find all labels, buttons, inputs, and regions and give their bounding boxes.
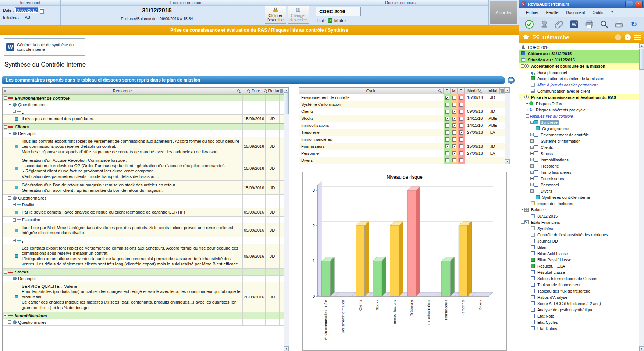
scroll-down-icon[interactable]: ▼ [639, 346, 644, 351]
close-button[interactable]: ✕ [635, 1, 643, 7]
table-row[interactable]: Par le sevice compta : avec analyse de r… [3, 208, 284, 217]
menu-item-feuille[interactable]: Feuille [542, 9, 562, 16]
filter-icon[interactable] [237, 89, 241, 93]
tree-expander-icon[interactable]: + [526, 102, 529, 105]
table-row[interactable]: −Clients [3, 123, 284, 130]
tree-expander-icon[interactable]: − [521, 221, 524, 224]
checkbox-e[interactable] [459, 151, 463, 155]
cloturer-exercice-button[interactable]: Clôturer l'exercice [265, 6, 286, 24]
tree-item[interactable]: Etat Note [519, 313, 639, 319]
tree-item[interactable]: Clôture au : 31/12/2015 [519, 50, 639, 57]
tree-item[interactable]: +Risques inhérents par cycle [519, 107, 639, 113]
tree-expander-icon[interactable]: − [4, 314, 7, 317]
table-row[interactable]: −Environnement de contrôle [3, 94, 284, 101]
menu-item-?[interactable]: ? [607, 9, 616, 16]
column-header-m[interactable]: M [451, 88, 458, 94]
table-row[interactable]: Tous les contrats export font l'objet de… [3, 137, 284, 157]
checkbox-f[interactable] [445, 137, 449, 142]
tree-expander-icon[interactable]: − [13, 239, 16, 242]
menu-item-outils[interactable]: Outils [589, 9, 607, 16]
table-row[interactable]: Fournisseurs✓✓15/09/16JD [299, 143, 505, 150]
tree-item[interactable]: Contrôle de l'exhaustivité des rubriques [519, 232, 639, 238]
checkbox-e[interactable] [459, 110, 463, 114]
tree-item[interactable]: Suivi pluriannuel [519, 69, 639, 75]
tree-item[interactable]: Organigramme [519, 125, 639, 132]
checkbox-e[interactable] [459, 103, 463, 107]
column-header-cycle[interactable]: Cycle [299, 88, 444, 94]
table-row[interactable]: −Immobilisations [3, 312, 284, 319]
table-row[interactable]: −- [3, 108, 284, 115]
table-row[interactable]: Il n'y a pas de manuel des procédures.15… [3, 115, 284, 123]
tree-item[interactable]: +Trésorerie [519, 163, 639, 169]
checkbox-m[interactable] [452, 130, 456, 135]
column-header-redac[interactable]: Redac [265, 88, 279, 94]
table-row[interactable]: Immo financières [299, 136, 505, 143]
tree-item[interactable]: Mise à jour du dossier permanent [519, 82, 639, 88]
checkbox-f[interactable] [445, 103, 449, 107]
table-row[interactable]: −Descriptif [3, 130, 284, 137]
checkbox-e[interactable] [459, 158, 463, 162]
generate-word-note-button[interactable]: W Générer la note de synthèse du control… [4, 38, 85, 56]
tree-item[interactable]: +Risques Diffus [519, 100, 639, 107]
table-row[interactable]: −Questionnaires [3, 101, 284, 108]
table-row[interactable]: Stocks✓✓14/11/16ABE [299, 115, 505, 122]
tree-expander-icon[interactable]: + [530, 133, 534, 136]
tree-expander-icon[interactable]: − [13, 203, 16, 206]
checkbox-e[interactable] [459, 117, 463, 121]
tree-item[interactable]: Bilan Passif Liasse [519, 257, 639, 263]
calendar-picker-icon[interactable] [39, 8, 44, 13]
checkbox-m[interactable] [452, 158, 456, 162]
tree-item[interactable]: +Système d'information [519, 138, 639, 144]
table-row[interactable]: Environnement de contrôle✓15/09/16JD [299, 94, 505, 101]
tree-item[interactable]: Acceptation et maintien de la mission [519, 75, 639, 82]
tree-item[interactable]: COEC 2016 [519, 44, 639, 50]
tree-item[interactable]: +Immo financières [519, 169, 639, 175]
tree-item[interactable]: Etat Ratios [519, 325, 639, 332]
table-row[interactable]: Génération d'un Bon de retour au magasin… [3, 181, 284, 195]
tree-expander-icon[interactable]: − [521, 208, 524, 211]
refresh-icon[interactable]: ↻ [629, 19, 640, 30]
tree-expander-icon[interactable]: − [521, 64, 524, 68]
column-header-initial[interactable]: Initial [485, 88, 500, 94]
checkbox-f[interactable] [445, 151, 449, 155]
tree-item[interactable]: −Etats Financiers [519, 219, 639, 225]
word-export-icon[interactable]: W [569, 19, 580, 30]
tree-item[interactable]: Synthèses contrôle interne [519, 194, 639, 200]
scroll-down-icon[interactable]: ▼ [284, 346, 289, 351]
tree-item[interactable]: −2Prise de connaissance et évaluation du… [519, 94, 639, 100]
table-row[interactable]: Clients✓09/09/16JD [299, 108, 505, 115]
tree-expander-icon[interactable]: − [8, 132, 11, 135]
tree-expander-icon[interactable]: + [530, 121, 534, 124]
tree-item[interactable]: +Immobilisations [519, 157, 639, 163]
checkbox-f[interactable] [445, 110, 449, 114]
tree-scrollbar[interactable]: ▲ ▼ [639, 43, 644, 351]
checkbox-m[interactable] [452, 96, 456, 100]
tree-item[interactable]: Situation au : 31/12/2015 [519, 57, 639, 63]
table-row[interactable]: −Questionnaires [3, 319, 284, 326]
stamp-icon[interactable] [539, 19, 550, 30]
fax-icon[interactable] [613, 19, 625, 30]
table-row[interactable]: Trésorerie✓27/09/16LA [299, 129, 505, 136]
tree-item[interactable]: Score AFDCC (Défaillance à 2 ans) [519, 300, 639, 307]
comment-icon[interactable] [508, 77, 515, 84]
tree-expander-icon[interactable]: − [8, 196, 11, 200]
checkbox-e[interactable]: ✓ [459, 130, 463, 135]
column-header-date[interactable]: Date [242, 88, 265, 94]
table-row[interactable]: −Réalité [3, 201, 284, 208]
checkbox-f[interactable]: ✓ [445, 144, 449, 148]
checkbox-f[interactable] [445, 158, 449, 162]
table-row[interactable]: Les contrats export font l'objet de vers… [3, 244, 284, 269]
tree-expander-icon[interactable]: + [530, 146, 534, 149]
tree-expander-icon[interactable]: − [4, 125, 7, 129]
tree-expander-icon[interactable]: − [13, 218, 16, 222]
tree-expander-icon[interactable]: + [530, 152, 534, 155]
menu-item-fichier[interactable]: Fichier [522, 9, 542, 16]
table-row[interactable]: Tarif Fixé par M et Mme R intègre dans d… [3, 223, 284, 237]
tree-expander-icon[interactable]: − [8, 103, 11, 106]
tree-expander-icon[interactable]: − [8, 320, 11, 324]
tree-item[interactable]: 31/12/2015 [519, 213, 639, 219]
home-icon[interactable] [523, 34, 529, 41]
tree-expander-icon[interactable]: + [530, 183, 534, 186]
nav-forward-button[interactable]: › [625, 34, 631, 40]
tree-expander-icon[interactable]: − [4, 96, 7, 100]
